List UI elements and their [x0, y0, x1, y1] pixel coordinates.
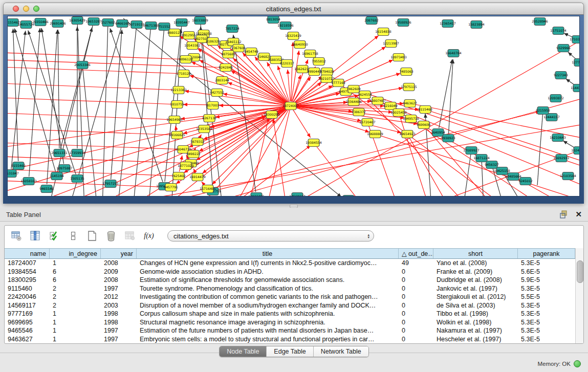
- graph-node[interactable]: 10719155: [128, 21, 145, 29]
- tab-edge-table[interactable]: Edge Table: [267, 346, 313, 357]
- graph-node[interactable]: 10975887: [56, 165, 73, 172]
- table-row[interactable]: 1830029562008Estimation of significance …: [5, 276, 575, 285]
- table-row[interactable]: 1456911722003Disruption of a novel membe…: [5, 301, 575, 310]
- tab-network-table[interactable]: Network Table: [314, 346, 368, 357]
- graph-node[interactable]: 2803144: [215, 77, 229, 84]
- graph-node[interactable]: 8454749: [244, 48, 258, 56]
- column-header-out_de[interactable]: △ out_de…: [399, 249, 433, 258]
- graph-node[interactable]: 19384554: [306, 139, 322, 147]
- graph-node[interactable]: 17359934: [69, 149, 85, 157]
- table-row[interactable]: 969969511998Structural magnetic resonanc…: [5, 318, 575, 327]
- close-window-button[interactable]: [13, 6, 19, 12]
- column-header-name[interactable]: name: [5, 249, 50, 258]
- tab-node-table[interactable]: Node Table: [220, 346, 267, 357]
- graph-node[interactable]: 19495718: [403, 115, 419, 123]
- graph-node[interactable]: 3624554: [358, 91, 372, 99]
- graph-node[interactable]: 16640910: [292, 41, 308, 49]
- graph-node[interactable]: 10973493: [390, 54, 407, 61]
- graph-node[interactable]: 8215958: [536, 107, 550, 115]
- graph-node[interactable]: 7462609: [346, 85, 361, 93]
- network-canvas[interactable]: 9155467140557242035046620691406163054291…: [7, 16, 580, 196]
- column-header-in_degree[interactable]: in_degree: [50, 249, 101, 258]
- graph-node[interactable]: 9990443: [307, 68, 321, 76]
- graph-node[interactable]: 17975115: [401, 83, 417, 91]
- graph-node[interactable]: 1145194: [50, 172, 64, 180]
- close-panel-icon[interactable]: ✕: [575, 211, 582, 218]
- table-settings-icon[interactable]: [10, 229, 23, 243]
- graph-node[interactable]: 9699695: [417, 121, 431, 129]
- graph-node[interactable]: 7955812: [312, 58, 326, 65]
- column-header-short[interactable]: short: [433, 249, 518, 258]
- graph-node[interactable]: 9794028: [320, 68, 334, 76]
- graph-node[interactable]: 817003: [207, 102, 219, 110]
- column-header-title[interactable]: title: [137, 249, 399, 258]
- graph-node[interactable]: 15058103: [20, 178, 37, 185]
- graph-node[interactable]: 9896120: [179, 56, 193, 63]
- table-row[interactable]: 946362711997Embryonic stem cells: a mode…: [5, 335, 575, 344]
- scrollbar-thumb[interactable]: [577, 260, 583, 283]
- graph-node[interactable]: 7857224: [225, 25, 239, 33]
- graph-node[interactable]: 20691406: [50, 20, 66, 28]
- zoom-window-button[interactable]: [33, 6, 39, 12]
- graph-node[interactable]: 16305429: [69, 17, 85, 25]
- row-height-icon[interactable]: [67, 229, 80, 243]
- graph-node[interactable]: 12213383: [170, 86, 187, 94]
- graph-node[interactable]: 16914479: [189, 173, 206, 181]
- graph-node[interactable]: 14569117: [289, 193, 306, 197]
- graph-node[interactable]: 12774412: [572, 59, 579, 67]
- graph-node[interactable]: 8427552: [210, 89, 224, 97]
- graph-node[interactable]: 8220317: [280, 60, 294, 68]
- graph-node[interactable]: 8660123: [167, 29, 182, 37]
- graph-node[interactable]: 9155460: [11, 162, 26, 170]
- graph-node[interactable]: 12103584: [560, 172, 576, 180]
- graph-node[interactable]: 9227343: [554, 72, 568, 79]
- graph-node[interactable]: 2718120: [177, 70, 191, 78]
- graph-node[interactable]: 20350466: [32, 18, 49, 26]
- table-vertical-scrollbar[interactable]: [575, 248, 583, 343]
- graph-node[interactable]: 7386372: [352, 108, 366, 116]
- table-row[interactable]: 911546021997Tourette syndrome. Phenomeno…: [5, 285, 575, 293]
- graph-node[interactable]: 18395447: [173, 19, 190, 27]
- graph-node[interactable]: 18724007: [282, 102, 299, 110]
- graph-node[interactable]: 1527602: [101, 19, 115, 27]
- graph-node[interactable]: 19218596: [277, 22, 294, 30]
- graph-node[interactable]: 9777169: [331, 79, 345, 87]
- table-row[interactable]: 2242004622012Investigating the contribut…: [5, 293, 575, 301]
- graph-node[interactable]: 6466160: [115, 20, 129, 28]
- column-chooser-icon[interactable]: [29, 229, 42, 243]
- graph-node[interactable]: 12365417: [440, 20, 456, 28]
- graph-node[interactable]: 19588926: [395, 19, 411, 27]
- graph-node[interactable]: 14671388: [143, 22, 159, 30]
- graph-node[interactable]: 8912955: [182, 32, 196, 39]
- delete-table-icon[interactable]: [104, 229, 118, 243]
- memory-status-icon[interactable]: [574, 360, 581, 367]
- graph-node[interactable]: 9463627: [403, 100, 417, 107]
- graph-node[interactable]: 9329966: [556, 45, 571, 52]
- window-titlebar[interactable]: citations_edges.txt: [3, 3, 584, 15]
- network-table-selector[interactable]: citations_edges.txt ▴▾: [167, 230, 374, 242]
- graph-node[interactable]: 16033809: [192, 17, 208, 25]
- graph-node[interactable]: 14055724: [18, 21, 34, 29]
- graph-node[interactable]: 20053346: [74, 61, 91, 69]
- graph-node[interactable]: 9498222: [186, 150, 201, 158]
- graph-node[interactable]: 15751074: [550, 27, 567, 35]
- graph-node[interactable]: 8938923: [441, 135, 455, 142]
- graph-node[interactable]: 10653287: [85, 18, 102, 26]
- graph-node[interactable]: 15823894: [468, 21, 485, 29]
- graph-node[interactable]: 18771028: [178, 162, 194, 170]
- graph-node[interactable]: 19166825: [169, 132, 185, 139]
- graph-node[interactable]: 19654985: [166, 116, 183, 124]
- graph-node[interactable]: 11443251: [571, 84, 579, 92]
- graph-node[interactable]: 18300295: [264, 111, 280, 119]
- table-row[interactable]: 977716911998Corpus callosum shape and si…: [5, 310, 575, 318]
- graph-node[interactable]: 17957255: [102, 180, 119, 188]
- graph-node[interactable]: 19654923: [399, 130, 416, 138]
- graph-node[interactable]: 23364486: [345, 98, 362, 106]
- graph-node[interactable]: 12213987: [383, 40, 399, 48]
- graph-node[interactable]: 9465546: [39, 185, 54, 193]
- graph-node[interactable]: 9875685: [221, 51, 235, 58]
- graph-node[interactable]: 10025458: [390, 109, 407, 117]
- graph-node[interactable]: 16961758: [302, 50, 318, 58]
- graph-node[interactable]: 20528946: [532, 18, 548, 26]
- graph-node[interactable]: 9115460: [418, 106, 432, 114]
